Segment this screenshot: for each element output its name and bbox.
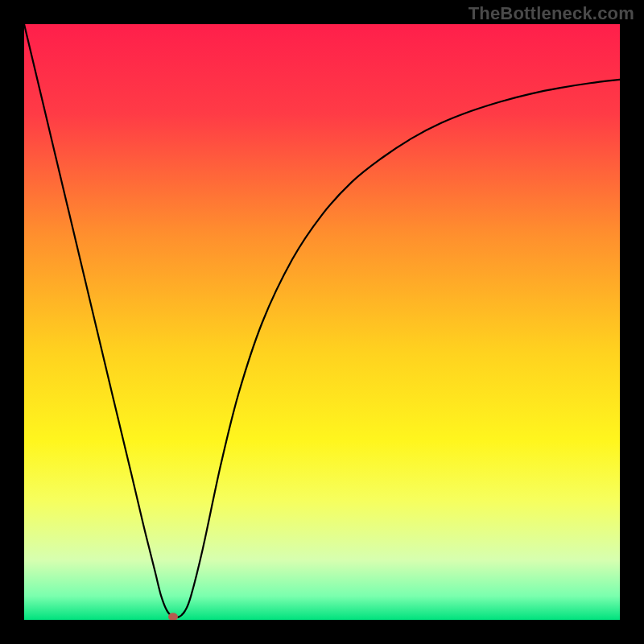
gradient-background — [24, 24, 620, 620]
plot-area — [24, 24, 620, 620]
chart-svg — [24, 24, 620, 620]
chart-frame: TheBottleneck.com — [0, 0, 644, 644]
watermark-text: TheBottleneck.com — [469, 3, 634, 24]
